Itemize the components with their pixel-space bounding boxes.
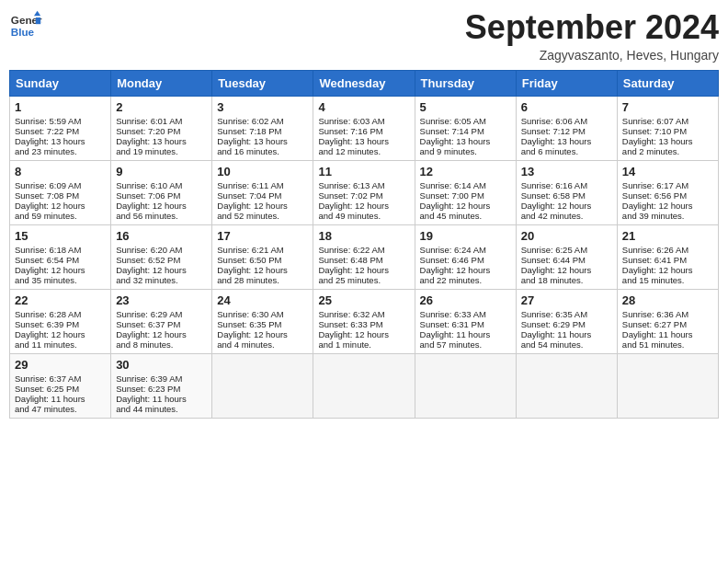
day-info-line: Daylight: 13 hours [420, 136, 511, 146]
day-info-line: Sunrise: 6:30 AM [217, 309, 308, 319]
day-number: 13 [521, 165, 612, 178]
calendar-cell: 8Sunrise: 6:09 AMSunset: 7:08 PMDaylight… [10, 160, 111, 224]
day-info-line: and 1 minute. [318, 339, 409, 350]
calendar-cell: 26Sunrise: 6:33 AMSunset: 6:31 PMDayligh… [415, 289, 516, 353]
day-info-line: Sunset: 7:06 PM [116, 190, 207, 201]
day-info-line: Daylight: 12 hours [318, 329, 409, 339]
calendar-cell: 2Sunrise: 6:01 AMSunset: 7:20 PMDaylight… [111, 96, 212, 160]
day-number: 28 [622, 293, 713, 307]
day-info-line: and 8 minutes. [116, 339, 207, 350]
day-info-line: and 45 minutes. [420, 211, 511, 221]
day-number: 15 [15, 229, 106, 243]
day-info-line: Daylight: 12 hours [318, 265, 409, 275]
day-number: 1 [15, 100, 106, 114]
month-title: September 2024 [465, 9, 719, 46]
day-info-line: Sunset: 7:14 PM [420, 126, 511, 136]
day-number: 16 [116, 229, 207, 243]
calendar-week-5: 29Sunrise: 6:37 AMSunset: 6:25 PMDayligh… [10, 353, 719, 418]
calendar-cell: 18Sunrise: 6:22 AMSunset: 6:48 PMDayligh… [313, 224, 415, 289]
day-info-line: and 11 minutes. [15, 339, 106, 350]
day-number: 8 [15, 165, 106, 178]
day-number: 21 [622, 229, 713, 243]
calendar-cell: 19Sunrise: 6:24 AMSunset: 6:46 PMDayligh… [415, 224, 516, 289]
day-info-line: Daylight: 12 hours [116, 329, 207, 339]
day-info-line: Sunrise: 6:01 AM [116, 116, 207, 126]
day-number: 25 [318, 293, 409, 307]
day-number: 7 [622, 100, 713, 114]
calendar-cell [415, 353, 516, 418]
day-info-line: Daylight: 12 hours [622, 201, 713, 211]
day-info-line: Sunrise: 6:20 AM [116, 245, 207, 255]
day-info-line: Sunrise: 6:32 AM [318, 309, 409, 319]
day-info-line: Sunrise: 6:25 AM [521, 245, 612, 255]
calendar-cell: 24Sunrise: 6:30 AMSunset: 6:35 PMDayligh… [212, 289, 313, 353]
day-info-line: and 47 minutes. [15, 404, 106, 414]
day-info-line: and 42 minutes. [521, 211, 612, 221]
calendar-cell [313, 353, 415, 418]
calendar-cell: 11Sunrise: 6:13 AMSunset: 7:02 PMDayligh… [313, 160, 415, 224]
day-info-line: Sunrise: 6:09 AM [15, 180, 106, 190]
day-info-line: Sunrise: 6:11 AM [217, 180, 308, 190]
svg-text:Blue: Blue [11, 26, 35, 38]
calendar-cell: 13Sunrise: 6:16 AMSunset: 6:58 PMDayligh… [516, 160, 617, 224]
calendar-cell: 1Sunrise: 5:59 AMSunset: 7:22 PMDaylight… [10, 96, 111, 160]
day-info-line: Daylight: 12 hours [420, 201, 511, 211]
calendar-cell: 21Sunrise: 6:26 AMSunset: 6:41 PMDayligh… [617, 224, 718, 289]
day-info-line: Sunset: 6:48 PM [318, 255, 409, 265]
day-info-line: Sunset: 6:31 PM [420, 319, 511, 329]
day-number: 18 [318, 229, 409, 243]
day-info-line: Sunrise: 6:37 AM [15, 373, 106, 384]
day-info-line: Daylight: 12 hours [217, 201, 308, 211]
day-info-line: Daylight: 11 hours [521, 329, 612, 339]
day-info-line: Sunset: 7:00 PM [420, 190, 511, 201]
day-info-line: Sunrise: 6:26 AM [622, 245, 713, 255]
day-info-line: Daylight: 11 hours [15, 394, 106, 404]
calendar-cell: 29Sunrise: 6:37 AMSunset: 6:25 PMDayligh… [10, 353, 111, 418]
day-info-line: Sunset: 7:10 PM [622, 126, 713, 136]
day-info-line: Sunrise: 6:02 AM [217, 116, 308, 126]
day-info-line: Sunrise: 5:59 AM [15, 116, 106, 126]
calendar-cell: 12Sunrise: 6:14 AMSunset: 7:00 PMDayligh… [415, 160, 516, 224]
calendar-cell [516, 353, 617, 418]
calendar-week-1: 1Sunrise: 5:59 AMSunset: 7:22 PMDaylight… [10, 96, 719, 160]
day-info-line: and 49 minutes. [318, 211, 409, 221]
day-info-line: and 56 minutes. [116, 211, 207, 221]
day-info-line: and 2 minutes. [622, 146, 713, 156]
day-info-line: Daylight: 11 hours [622, 329, 713, 339]
day-info-line: Sunrise: 6:03 AM [318, 116, 409, 126]
calendar-cell: 20Sunrise: 6:25 AMSunset: 6:44 PMDayligh… [516, 224, 617, 289]
day-info-line: Daylight: 12 hours [116, 201, 207, 211]
calendar-week-3: 15Sunrise: 6:18 AMSunset: 6:54 PMDayligh… [10, 224, 719, 289]
calendar-cell: 6Sunrise: 6:06 AMSunset: 7:12 PMDaylight… [516, 96, 617, 160]
day-info-line: Sunrise: 6:18 AM [15, 245, 106, 255]
day-number: 14 [622, 165, 713, 178]
day-number: 24 [217, 293, 308, 307]
day-info-line: Daylight: 13 hours [622, 136, 713, 146]
day-info-line: Daylight: 13 hours [217, 136, 308, 146]
day-number: 29 [15, 358, 106, 372]
logo: General Blue [9, 9, 42, 42]
page-header: General Blue September 2024 Zagyvaszanto… [9, 9, 719, 63]
day-info-line: Sunrise: 6:28 AM [15, 309, 106, 319]
calendar-cell: 25Sunrise: 6:32 AMSunset: 6:33 PMDayligh… [313, 289, 415, 353]
day-info-line: Sunset: 6:52 PM [116, 255, 207, 265]
day-info-line: Daylight: 13 hours [15, 136, 106, 146]
calendar-cell: 3Sunrise: 6:02 AMSunset: 7:18 PMDaylight… [212, 96, 313, 160]
day-info-line: Sunrise: 6:29 AM [116, 309, 207, 319]
day-info-line: Sunrise: 6:10 AM [116, 180, 207, 190]
day-info-line: Daylight: 11 hours [420, 329, 511, 339]
day-info-line: and 28 minutes. [217, 275, 308, 285]
day-info-line: and 52 minutes. [217, 211, 308, 221]
calendar-week-4: 22Sunrise: 6:28 AMSunset: 6:39 PMDayligh… [10, 289, 719, 353]
calendar-cell: 10Sunrise: 6:11 AMSunset: 7:04 PMDayligh… [212, 160, 313, 224]
day-info-line: and 44 minutes. [116, 404, 207, 414]
calendar-body: 1Sunrise: 5:59 AMSunset: 7:22 PMDaylight… [10, 96, 719, 418]
day-info-line: Sunset: 6:25 PM [15, 384, 106, 394]
calendar-cell: 15Sunrise: 6:18 AMSunset: 6:54 PMDayligh… [10, 224, 111, 289]
day-info-line: Sunset: 6:54 PM [15, 255, 106, 265]
calendar-cell: 5Sunrise: 6:05 AMSunset: 7:14 PMDaylight… [415, 96, 516, 160]
day-info-line: Sunset: 6:39 PM [15, 319, 106, 329]
calendar-cell: 14Sunrise: 6:17 AMSunset: 6:56 PMDayligh… [617, 160, 718, 224]
day-info-line: and 51 minutes. [622, 339, 713, 350]
day-info-line: Sunset: 7:18 PM [217, 126, 308, 136]
